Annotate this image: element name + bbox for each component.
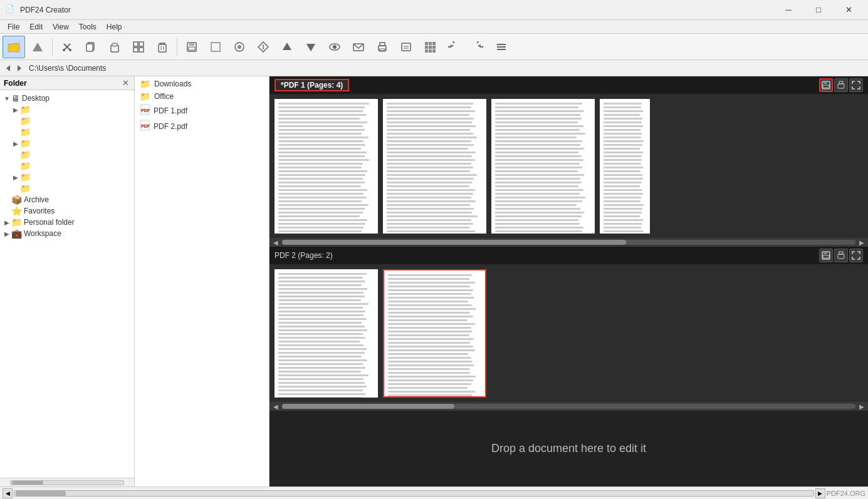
watermark-btn[interactable] bbox=[228, 36, 251, 58]
pdf2-expand-btn[interactable] bbox=[849, 249, 863, 262]
folder-scroll-track[interactable] bbox=[10, 480, 124, 485]
compress-btn[interactable] bbox=[252, 36, 275, 58]
svg-rect-43 bbox=[429, 46, 432, 49]
tree-toggle-f4: ▶ bbox=[11, 140, 20, 147]
maximize-button[interactable]: □ bbox=[804, 0, 833, 20]
tree-toggle-personal: ▶ bbox=[3, 219, 11, 226]
svg-rect-13 bbox=[139, 48, 144, 52]
pdf2-page1[interactable] bbox=[275, 269, 378, 398]
pdf1-page2-lines bbox=[387, 103, 483, 234]
tree-item-personal[interactable]: ▶ 📁 Personal folder bbox=[0, 217, 134, 228]
forward-icon[interactable] bbox=[15, 64, 24, 73]
svg-rect-45 bbox=[425, 49, 428, 53]
pdf1-page4[interactable] bbox=[600, 99, 650, 234]
folder-icon-f8: 📁 bbox=[20, 183, 31, 193]
pdf1-print-btn[interactable] bbox=[834, 78, 848, 92]
pdf1-scroll-thumb bbox=[282, 240, 626, 245]
menu-view[interactable]: View bbox=[48, 20, 74, 34]
svg-rect-68 bbox=[839, 252, 843, 254]
tree-item-f7[interactable]: ▶ 📁 bbox=[0, 172, 134, 183]
pdf1-scroll-right[interactable]: ▶ bbox=[857, 238, 867, 247]
crop-btn[interactable] bbox=[204, 36, 227, 58]
pdf2-scroll-track[interactable] bbox=[282, 404, 855, 409]
tree-item-f1[interactable]: ▶ 📁 bbox=[0, 104, 134, 115]
hscroll-right-btn[interactable]: ▶ bbox=[815, 488, 825, 498]
pdf1-page1[interactable] bbox=[275, 99, 378, 234]
pdf1-title-badge: *PDF 1 (Pages: 4) bbox=[275, 79, 349, 91]
pdf2-save-btn[interactable] bbox=[819, 249, 833, 262]
preview-btn[interactable] bbox=[323, 36, 346, 58]
print-btn[interactable] bbox=[371, 36, 394, 58]
grid-view-btn[interactable] bbox=[127, 36, 150, 58]
svg-rect-40 bbox=[429, 42, 432, 45]
pdf2-page2[interactable] bbox=[383, 269, 486, 398]
svg-rect-14 bbox=[159, 44, 166, 52]
paste-btn[interactable] bbox=[103, 36, 126, 58]
svg-point-5 bbox=[69, 49, 71, 51]
pdf2-title: PDF 2 (Pages: 2) bbox=[275, 251, 333, 260]
pdf1-scroll-track[interactable] bbox=[282, 240, 855, 245]
app-title: PDF24 Creator bbox=[20, 6, 774, 14]
pdf1-page3[interactable] bbox=[491, 99, 595, 234]
archive-icon: 📦 bbox=[11, 195, 22, 205]
svg-text:PDF: PDF bbox=[141, 108, 150, 113]
svg-rect-23 bbox=[211, 43, 220, 51]
tree-item-f4[interactable]: ▶ 📁 bbox=[0, 138, 134, 149]
delete-btn[interactable] bbox=[151, 36, 174, 58]
tree-item-f8[interactable]: 📁 bbox=[0, 183, 134, 194]
pdf1-scroll-left[interactable]: ◀ bbox=[271, 238, 281, 247]
tree-item-favorites[interactable]: ⭐ Favorites bbox=[0, 205, 134, 217]
pdf1-page2[interactable] bbox=[383, 99, 486, 234]
pdf1-save-btn[interactable] bbox=[819, 78, 833, 92]
svg-rect-12 bbox=[133, 48, 138, 52]
minimize-button[interactable]: ─ bbox=[774, 0, 803, 20]
save-btn[interactable] bbox=[180, 36, 203, 58]
move-up-btn[interactable] bbox=[276, 36, 298, 58]
folder-icon-f4: 📁 bbox=[20, 138, 31, 148]
move-down-btn[interactable] bbox=[300, 36, 322, 58]
menu-file[interactable]: File bbox=[3, 20, 24, 34]
pdf1-header: *PDF 1 (Pages: 4) bbox=[269, 76, 868, 94]
cut-btn[interactable] bbox=[56, 36, 78, 58]
more-options-btn[interactable] bbox=[490, 36, 513, 58]
grid3-btn[interactable] bbox=[419, 36, 441, 58]
title-bar: 📄 PDF24 Creator ─ □ ✕ bbox=[0, 0, 868, 20]
rotate-right-btn[interactable] bbox=[466, 36, 489, 58]
drop-zone[interactable]: Drop a document here to edit it bbox=[269, 411, 868, 486]
pdf2-scroll-right[interactable]: ▶ bbox=[857, 402, 867, 411]
pdf2-page2-lines bbox=[388, 274, 481, 398]
folder-btn[interactable] bbox=[3, 36, 25, 58]
file-item-pdf1[interactable]: PDF PDF 1.pdf bbox=[135, 103, 269, 118]
back-icon[interactable] bbox=[4, 64, 13, 73]
pdf2-print-btn[interactable] bbox=[834, 249, 848, 262]
hscroll-track[interactable] bbox=[14, 490, 814, 496]
fax-btn[interactable] bbox=[395, 36, 417, 58]
copy-btn[interactable] bbox=[80, 36, 102, 58]
tree-item-f5[interactable]: 📁 bbox=[0, 149, 134, 160]
close-button[interactable]: ✕ bbox=[834, 0, 863, 20]
file-item-downloads[interactable]: 📁 Downloads bbox=[135, 78, 269, 90]
menu-tools[interactable]: Tools bbox=[74, 20, 102, 34]
file-item-pdf2[interactable]: PDF PDF 2.pdf bbox=[135, 118, 269, 134]
pdf2-scroll-left[interactable]: ◀ bbox=[271, 402, 281, 411]
tree-item-workspace[interactable]: ▶ 💼 Workspace bbox=[0, 228, 134, 239]
favorites-icon: ⭐ bbox=[11, 206, 22, 216]
folder-panel-title: Folder bbox=[4, 79, 27, 88]
menu-help[interactable]: Help bbox=[102, 20, 127, 34]
tree-item-desktop[interactable]: ▼ 🖥 Desktop bbox=[0, 93, 134, 104]
tree-item-f3[interactable]: 📁 bbox=[0, 126, 134, 138]
tree-item-archive[interactable]: 📦 Archive bbox=[0, 194, 134, 205]
tree-item-f6[interactable]: 📁 bbox=[0, 160, 134, 172]
file-item-office[interactable]: 📁 Office bbox=[135, 90, 269, 103]
hscroll-thumb bbox=[16, 491, 66, 496]
menu-edit[interactable]: Edit bbox=[24, 20, 48, 34]
folder-close-btn[interactable]: ✕ bbox=[121, 78, 130, 88]
svg-marker-28 bbox=[283, 43, 291, 50]
hscroll-left-btn[interactable]: ◀ bbox=[3, 488, 13, 498]
folder-icon-f6: 📁 bbox=[20, 161, 31, 171]
tree-item-f2[interactable]: 📁 bbox=[0, 115, 134, 126]
nav-up-btn[interactable] bbox=[26, 36, 49, 58]
pdf1-expand-btn[interactable] bbox=[849, 78, 863, 92]
rotate-left-btn[interactable] bbox=[442, 36, 465, 58]
email-btn[interactable] bbox=[347, 36, 370, 58]
